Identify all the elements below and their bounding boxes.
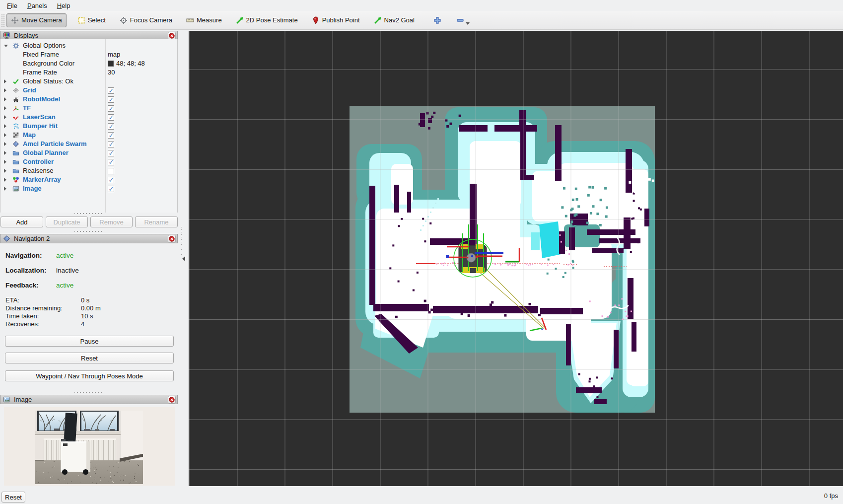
tool-measure[interactable]: Measure xyxy=(182,14,226,27)
display-checkbox[interactable] xyxy=(108,87,114,94)
tree-row-map[interactable]: Map xyxy=(0,131,177,140)
tree-row-image[interactable]: Image xyxy=(0,184,177,193)
display-checkbox[interactable] xyxy=(108,177,114,183)
tool-focus-camera[interactable]: Focus Camera xyxy=(116,14,176,27)
move-camera-icon xyxy=(11,16,19,24)
photo-monitor xyxy=(64,413,77,441)
expander-icon[interactable] xyxy=(4,169,6,173)
expander-icon[interactable] xyxy=(4,187,6,191)
tool-nav2-goal[interactable]: Nav2 Goal xyxy=(370,14,419,27)
tree-row-label: RobotModel xyxy=(23,95,60,104)
display-checkbox[interactable] xyxy=(108,159,114,165)
tree-row-background-color[interactable]: Background Color48; 48; 48 xyxy=(0,59,177,68)
waypoint-nav-through-poses-mode-button[interactable]: Waypoint / Nav Through Poses Mode xyxy=(5,370,174,381)
nav2-diamond-icon xyxy=(3,235,10,242)
display-checkbox[interactable] xyxy=(108,105,114,112)
displays-splitter-handle[interactable] xyxy=(74,213,104,215)
expander-icon[interactable] xyxy=(4,97,6,101)
tree-row-controller[interactable]: Controller xyxy=(0,157,177,166)
expander-icon[interactable] xyxy=(4,142,6,146)
toolbar-drag-handle[interactable] xyxy=(1,14,5,27)
navigation-panel-title: Navigation 2 xyxy=(14,235,50,242)
tree-row-global-planner[interactable]: Global Planner xyxy=(0,148,177,157)
select-icon xyxy=(77,16,85,24)
nav-metric-value: 0 s xyxy=(81,296,89,304)
tree-row-label: Background Color xyxy=(23,59,74,68)
costmap-scene xyxy=(189,31,843,486)
tool-2d-pose-estimate[interactable]: 2D Pose Estimate xyxy=(232,14,302,27)
displays-close-button[interactable] xyxy=(168,32,176,40)
add-button[interactable]: Add xyxy=(0,216,43,227)
tree-row-global-options[interactable]: Global Options xyxy=(0,41,177,50)
tree-row-label: Global Options xyxy=(23,41,66,50)
navigation-panel-header[interactable]: Navigation 2 xyxy=(0,234,178,243)
tree-row-value[interactable]: 48; 48; 48 xyxy=(108,59,145,68)
image-panel-header[interactable]: Image xyxy=(0,395,178,404)
tree-row-amcl-particle-swarm[interactable]: Amcl Particle Swarm xyxy=(0,140,177,148)
tree-row-value[interactable]: map xyxy=(108,50,120,59)
duplicate-button[interactable]: Duplicate xyxy=(46,216,88,227)
display-checkbox[interactable] xyxy=(108,186,114,192)
fps-indicator: 0 fps xyxy=(824,492,838,500)
tree-row-robotmodel[interactable]: RobotModel xyxy=(0,95,177,104)
tree-row-tf[interactable]: TF xyxy=(0,104,177,113)
dock-collapse-arrow-icon[interactable] xyxy=(182,256,185,261)
map-icon xyxy=(12,132,19,139)
expander-icon[interactable] xyxy=(4,160,6,164)
expander-icon[interactable] xyxy=(4,133,6,137)
menu-file[interactable]: File xyxy=(2,1,22,10)
tree-row-bumper-hit[interactable]: Bumper Hit xyxy=(0,122,177,131)
tool-publish-point[interactable]: Publish Point xyxy=(308,14,364,27)
tool-select[interactable]: Select xyxy=(73,14,110,27)
pause-button[interactable]: Pause xyxy=(5,336,174,347)
image-panel-icon xyxy=(3,396,10,403)
navigation-close-button[interactable] xyxy=(168,235,176,243)
measure-icon xyxy=(186,16,194,24)
tree-row-grid[interactable]: Grid xyxy=(0,86,177,95)
display-checkbox[interactable] xyxy=(108,141,114,147)
tree-row-laserscan[interactable]: LaserScan xyxy=(0,113,177,122)
image-close-button[interactable] xyxy=(168,396,176,404)
tree-row-label: Realsense xyxy=(23,166,53,175)
expander-icon[interactable] xyxy=(4,45,8,47)
displays-icon xyxy=(3,32,10,39)
expander-icon[interactable] xyxy=(4,178,6,182)
tree-row-value[interactable]: 30 xyxy=(108,68,115,77)
photo-wheel xyxy=(62,469,68,475)
panel-splitter-handle[interactable] xyxy=(74,230,104,232)
zoom-out-button[interactable] xyxy=(453,14,474,27)
display-checkbox[interactable] xyxy=(108,123,114,130)
display-checkbox[interactable] xyxy=(108,150,114,156)
remove-button[interactable]: Remove xyxy=(90,216,133,227)
menu-panels[interactable]: Panels xyxy=(22,1,52,10)
menu-help[interactable]: Help xyxy=(52,1,75,10)
reset-button[interactable]: Reset xyxy=(5,353,174,363)
photo-cabinet-shade xyxy=(86,441,90,472)
expander-icon[interactable] xyxy=(4,124,6,128)
nav-metric-label: ETA: xyxy=(5,296,19,304)
expander-icon[interactable] xyxy=(4,79,6,83)
3d-viewport[interactable] xyxy=(189,31,843,486)
tool-move-camera[interactable]: Move Camera xyxy=(6,13,67,27)
expander-icon[interactable] xyxy=(4,106,6,110)
rename-button[interactable]: Rename xyxy=(135,216,178,227)
tree-row-markerarray[interactable]: MarkerArray xyxy=(0,175,177,184)
reset-button[interactable]: Reset xyxy=(1,492,25,503)
tree-row-label: Grid xyxy=(23,86,36,95)
dock-splitter[interactable] xyxy=(178,30,189,486)
display-checkbox[interactable] xyxy=(108,132,114,139)
display-checkbox[interactable] xyxy=(108,114,114,121)
tree-row-global-status-ok[interactable]: Global Status: Ok xyxy=(0,77,177,86)
tree-row-label: Map xyxy=(23,131,36,140)
image-splitter-handle[interactable] xyxy=(74,391,104,393)
expander-icon[interactable] xyxy=(4,115,6,119)
tree-row-frame-rate[interactable]: Frame Rate30 xyxy=(0,68,177,77)
zoom-in-button[interactable] xyxy=(430,14,444,27)
display-checkbox[interactable] xyxy=(108,96,114,103)
expander-icon[interactable] xyxy=(4,88,6,92)
map-cyan-patch xyxy=(539,221,561,258)
display-checkbox[interactable] xyxy=(108,168,114,174)
tree-row-fixed-frame[interactable]: Fixed Framemap xyxy=(0,50,177,59)
tree-row-realsense[interactable]: Realsense xyxy=(0,166,177,175)
expander-icon[interactable] xyxy=(4,151,6,155)
